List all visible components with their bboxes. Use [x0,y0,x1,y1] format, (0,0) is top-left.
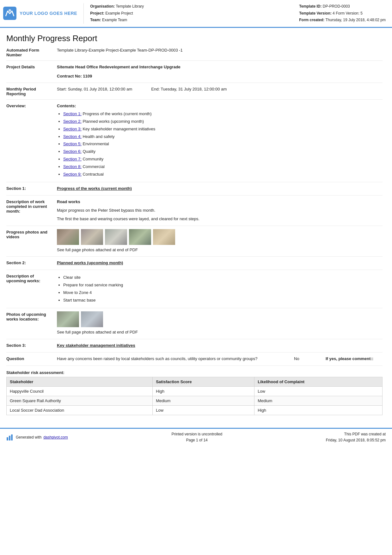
main-content: Monthly Progress Report Automated Form N… [0,28,392,421]
section9-text: Contractual [82,172,104,177]
question-row: Question Have any concerns been raised b… [6,356,383,366]
table-row: Green Square Rail Authority Medium Mediu… [7,396,383,405]
section1-link[interactable]: Section 1: [63,111,82,116]
report-title: Monthly Progress Report [6,34,383,43]
overview-value: Contents: Section 1: Progress of the wor… [57,103,383,179]
logo-area: YOUR LOGO GOES HERE [3,3,84,24]
footer-right: This PDF was created at Friday, 10 Augus… [326,431,386,443]
stakeholder-table: Stakeholder Satisfaction Score Likelihoo… [6,377,383,415]
photo-thumb-5 [153,229,175,245]
form-created-label: Form created: [299,18,324,22]
list-item: Section 8: Commercial [63,164,383,170]
list-item: Prepare for road service marking [63,282,383,289]
section2-text: Planned works (upcoming month) [82,119,144,124]
section6-text: Quality [82,149,95,154]
monthly-period-value: Start: Sunday, 01 July 2018, 12:00:00 am… [57,86,383,96]
section3-text: Key stakeholder management initiatives [82,127,155,131]
photos-container [57,229,383,245]
footer-generated-text: Generated with [16,435,41,440]
footer-page-number: Page 1 of 14 [171,437,222,443]
template-id-value: DP-PROD-0003 [323,4,350,9]
photos-upcoming-value: See full page photos attached at end of … [57,311,383,336]
section6-link[interactable]: Section 6: [63,149,82,154]
table-header-stakeholder: Stakeholder [7,377,153,386]
svg-rect-2 [7,437,8,440]
photo-thumb-3 [105,229,127,245]
section5-link[interactable]: Section 5: [63,141,82,146]
overview-label: Overview: [6,103,57,179]
period-start: Start: Sunday, 01 July 2018, 12:00:00 am [57,86,132,93]
section4-link[interactable]: Section 4: [63,134,82,139]
contract-no: Contract No: 1109 [57,73,383,80]
project-row: Project: Example Project [90,10,144,17]
question-label: Question [6,356,57,362]
automated-form-row: Automated Form Number Template Library-E… [6,47,383,61]
logo-icon [3,7,16,20]
org-row: Organisation: Template Library [90,3,144,10]
section4-text: Health and safety [82,134,115,139]
dashpivot-link[interactable]: dashpivot.com [43,435,68,440]
question-text: Have any concerns been raised by local s… [57,356,288,362]
template-version-label: Template Version: [299,11,331,16]
section3-label: Section 3: [6,342,57,349]
form-created-value: Thursday, 19 July 2018, 4:48:02 pm [325,18,386,22]
form-version-label: Form Version: [336,11,359,16]
table-row: Happyville Council High Low [7,386,383,396]
upcoming-works-row: Description of upcoming works: Clear sit… [6,273,383,308]
project-details-main: Sitemate Head Office Redevelopment and I… [57,64,383,71]
photos-upcoming-label: Photos of upcoming works locations: [6,311,57,336]
footer-pdf-created: This PDF was created at [326,431,386,437]
section1-heading: Progress of the works (current month) [57,186,132,191]
header-meta: Organisation: Template Library Project: … [90,3,386,24]
section8-text: Commercial [82,164,105,169]
automated-form-label: Automated Form Number [6,47,57,57]
upcoming-works-list: Clear site Prepare for road service mark… [57,274,383,303]
org-label: Organisation: [90,4,115,9]
svg-rect-4 [11,434,13,440]
footer-left: Generated with dashpivot.com [6,434,68,440]
section9-link[interactable]: Section 9: [63,172,82,177]
stakeholder-likelihood-2: Medium [254,396,383,405]
desc-work-label: Description of work completed in current… [6,199,57,222]
stakeholder-name-2: Green Square Rail Authority [7,396,153,405]
period-dates: Start: Sunday, 01 July 2018, 12:00:00 am… [57,86,383,93]
footer-pdf-date: Friday, 10 August 2018, 8:05:52 pm [326,437,386,443]
stakeholder-name-3: Local Soccer Dad Association [7,405,153,415]
section8-link[interactable]: Section 8: [63,164,82,169]
section1-label: Section 1: [6,185,57,192]
list-item: Section 9: Contractual [63,171,383,178]
overview-row: Overview: Contents: Section 1: Progress … [6,103,383,182]
version-row: Template Version: 4 Form Version: 5 [299,10,386,17]
desc-work-line1: Major progress on the Peter Street bypas… [57,207,383,214]
section2-label: Section 2: [6,260,57,266]
section3-heading: Key stakeholder management initiatives [57,343,135,348]
upcoming-works-value: Clear site Prepare for road service mark… [57,273,383,305]
team-row: Team: Example Team [90,17,144,24]
table-header-likelihood: Likelihood of Complaint [254,377,383,386]
org-value: Template Library [116,4,144,9]
stakeholder-likelihood-1: Low [254,386,383,396]
section7-link[interactable]: Section 7: [63,157,82,161]
page-footer: Generated with dashpivot.com Printed ver… [0,428,392,446]
monthly-period-row: Monthly Period Reporting Start: Sunday, … [6,86,383,100]
stakeholder-name-1: Happyville Council [7,386,153,396]
upcoming-works-label: Description of upcoming works: [6,273,57,305]
photos-upcoming-row: Photos of upcoming works locations: See … [6,311,383,339]
monthly-period-label: Monthly Period Reporting [6,86,57,96]
photo-thumb-1 [57,229,79,245]
section2-link[interactable]: Section 2: [63,119,82,124]
table-header-satisfaction: Satisfaction Score [153,377,254,386]
template-id-row: Template ID: DP-PROD-0003 [299,3,386,10]
section2-value: Planned works (upcoming month) [57,260,383,266]
desc-work-heading: Road works [57,199,383,205]
project-details-row: Project Details Sitemate Head Office Red… [6,64,383,83]
project-label: Project: [90,11,104,16]
form-created-row: Form created: Thursday, 19 July 2018, 4:… [299,17,386,24]
question-value: Have any concerns been raised by local s… [57,356,383,362]
list-item: Move to Zone 4 [63,290,383,296]
period-end: End: Tuesday, 31 July 2018, 12:00:00 am [151,86,227,93]
section3-link[interactable]: Section 3: [63,127,82,131]
stakeholder-score-2: Medium [153,396,254,405]
list-item: Section 5: Environmental [63,141,383,147]
list-item: Clear site [63,274,383,281]
